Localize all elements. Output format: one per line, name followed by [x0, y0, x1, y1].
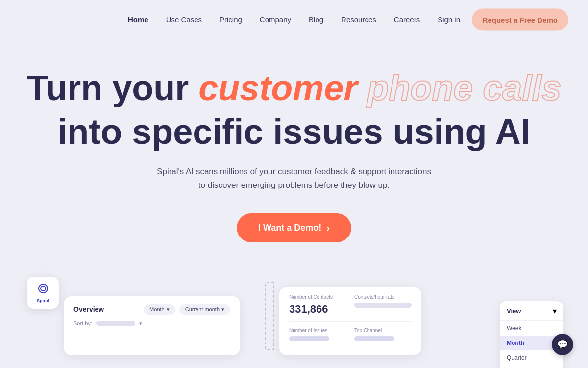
stats-widget: Number of Contacts 331,866 Contacts/hour… — [279, 287, 421, 355]
spiral-card: Spiral — [27, 277, 59, 309]
stat-issues-bar — [289, 336, 329, 341]
nav-links: Home Use Cases Pricing Company Blog Reso… — [128, 15, 460, 24]
hero-subtext: Spiral's AI scans millions of your custo… — [157, 165, 431, 191]
nav-item-use-cases[interactable]: Use Cases — [166, 15, 202, 24]
chat-bubble-button[interactable]: 💬 — [552, 334, 573, 355]
spiral-label: Spiral — [37, 298, 49, 303]
nav-item-resources[interactable]: Resources — [341, 15, 376, 24]
view-widget: View ▾ Week Month Quarter Year — [500, 301, 564, 368]
nav-link-home[interactable]: Home — [128, 15, 148, 24]
hero-heading-customer: customer — [198, 68, 357, 107]
stat-channel-bar — [354, 336, 394, 341]
overview-sort: Sort by: ▾ — [74, 320, 230, 327]
hero-section: Turn your customer phone calls into spec… — [0, 39, 588, 262]
filter-month-button[interactable]: Month ▾ — [144, 304, 175, 315]
dashed-border-overlay — [265, 282, 274, 350]
stat-channel-label: Top Channel — [354, 328, 412, 333]
hero-subtext-line1: Spiral's AI scans millions of your custo… — [157, 167, 431, 176]
nav-item-pricing[interactable]: Pricing — [220, 15, 242, 24]
hero-heading-line2: into specific issues using AI — [57, 112, 531, 151]
stat-contacts-value: 331,866 — [289, 303, 346, 315]
sort-bar — [96, 321, 135, 326]
stat-separator — [289, 321, 412, 322]
overview-widget: Overview Month ▾ Current month ▾ Sort by… — [64, 296, 240, 355]
chevron-down-icon-3: ▾ — [139, 320, 142, 327]
navbar: Home Use Cases Pricing Company Blog Reso… — [0, 0, 588, 39]
overview-header: Overview Month ▾ Current month ▾ — [74, 304, 230, 315]
view-header: View ▾ — [500, 301, 564, 321]
stat-rate: Contacts/hour rate — [354, 294, 412, 315]
stat-issues: Number of Issues — [289, 328, 346, 341]
nav-item-blog[interactable]: Blog — [309, 15, 323, 24]
filter-month-label: Month — [149, 306, 165, 312]
view-option-week[interactable]: Week — [500, 321, 564, 336]
view-header-label: View — [507, 307, 521, 315]
view-option-quarter[interactable]: Quarter — [500, 350, 564, 365]
stats-grid: Number of Contacts 331,866 Contacts/hour… — [289, 294, 412, 315]
hero-heading-prefix: Turn your — [27, 68, 199, 107]
dashboard-preview: Spiral Overview Month ▾ Current month ▾ … — [0, 277, 588, 355]
hero-heading: Turn your customer phone calls — [27, 69, 562, 107]
chevron-down-icon-view: ▾ — [553, 306, 557, 315]
stat-issues-label: Number of Issues — [289, 328, 346, 333]
spiral-logo-icon — [36, 282, 50, 297]
nav-link-blog[interactable]: Blog — [309, 15, 323, 24]
chevron-down-icon-2: ▾ — [221, 306, 224, 313]
nav-link-pricing[interactable]: Pricing — [220, 15, 242, 24]
filter-current-month-button[interactable]: Current month ▾ — [179, 304, 230, 315]
request-demo-button[interactable]: Request a Free Demo — [472, 9, 568, 31]
stat-rate-bar — [354, 303, 412, 308]
nav-link-signin[interactable]: Sign in — [438, 15, 460, 24]
chevron-down-icon: ▾ — [167, 306, 170, 313]
nav-item-home[interactable]: Home — [128, 15, 148, 24]
chat-icon: 💬 — [557, 339, 568, 350]
stat-channel: Top Channel — [354, 328, 412, 341]
nav-item-signin[interactable]: Sign in — [438, 15, 460, 24]
nav-link-company[interactable]: Company — [260, 15, 291, 24]
nav-link-use-cases[interactable]: Use Cases — [166, 15, 202, 24]
stat-rate-label: Contacts/hour rate — [354, 294, 412, 300]
stat-contacts: Number of Contacts 331,866 — [289, 294, 346, 315]
overview-filters: Month ▾ Current month ▾ — [144, 304, 230, 315]
hero-heading-phone-calls: phone calls — [367, 68, 561, 107]
nav-item-careers[interactable]: Careers — [394, 15, 420, 24]
filter-current-month-label: Current month — [185, 306, 220, 312]
stat-contacts-label: Number of Contacts — [289, 294, 346, 300]
nav-item-company[interactable]: Company — [260, 15, 291, 24]
hero-cta-label: I Want a Demo! — [258, 223, 321, 233]
stats-grid-2: Number of Issues Top Channel — [289, 328, 412, 341]
nav-link-careers[interactable]: Careers — [394, 15, 420, 24]
sort-label: Sort by: — [74, 320, 92, 326]
nav-link-resources[interactable]: Resources — [341, 15, 376, 24]
hero-subtext-line2: to discover emerging problems before the… — [198, 181, 390, 190]
overview-title: Overview — [74, 305, 104, 313]
view-option-year[interactable]: Year — [500, 365, 564, 368]
chevron-right-icon: › — [326, 222, 330, 234]
hero-cta-button[interactable]: I Want a Demo! › — [237, 213, 351, 242]
